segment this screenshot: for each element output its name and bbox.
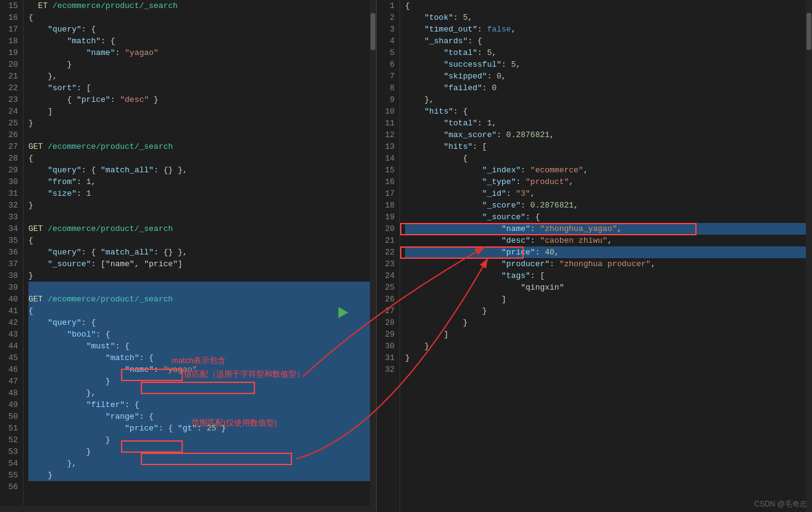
run-icon (338, 307, 348, 318)
right-line-number-16: 16 (377, 176, 395, 188)
right-line-number-25: 25 (377, 282, 395, 293)
right-scrollbar-thumb[interactable] (806, 13, 811, 50)
left-code-line-32: } (28, 199, 376, 211)
left-line-number-29: 29 (0, 164, 18, 176)
left-code-line-42: "query": { (28, 317, 376, 329)
left-line-number-40: 40 (0, 293, 18, 305)
right-line-number-9: 9 (377, 94, 395, 106)
left-code-line-19: "name": "yagao" (28, 47, 376, 59)
left-code-line-51: "price": { "gt": 25 } (28, 422, 376, 434)
left-scrollbar-thumb[interactable] (370, 13, 375, 50)
left-code-line-33 (28, 211, 376, 223)
right-line-number-8: 8 (377, 82, 395, 94)
right-code-line-22: "price": 40, (405, 246, 812, 258)
left-line-number-21: 21 (0, 70, 18, 82)
left-line-number-49: 49 (0, 399, 18, 411)
right-code-line-14: { (405, 153, 812, 164)
left-line-number-46: 46 (0, 364, 18, 376)
right-line-number-32: 32 (377, 364, 395, 376)
right-code-line-10: "hits": { (405, 106, 812, 117)
right-line-number-26: 26 (377, 293, 395, 305)
right-scrollbar-v[interactable] (806, 0, 812, 512)
right-line-number-10: 10 (377, 106, 395, 117)
left-code-line-44: "must": { (28, 340, 376, 352)
left-code-line-16: { (28, 12, 376, 23)
right-code-line-15: "_index": "ecommerce", (405, 164, 812, 176)
left-code-line-31: "size": 1 (28, 188, 376, 199)
run-button[interactable] (338, 307, 351, 319)
right-code-line-5: "total": 5, (405, 47, 812, 59)
left-line-number-43: 43 (0, 329, 18, 340)
editor-container: 1516171819202122232425262728293031323334… (0, 0, 812, 512)
left-line-number-27: 27 (0, 141, 18, 153)
right-line-number-3: 3 (377, 23, 395, 35)
left-code-line-29: "query": { "match_all": {} }, (28, 164, 376, 176)
right-line-number-23: 23 (377, 258, 395, 270)
left-line-number-26: 26 (0, 129, 18, 141)
left-line-number-48: 48 (0, 387, 18, 399)
left-line-number-33: 33 (0, 211, 18, 223)
right-line-number-12: 12 (377, 129, 395, 141)
left-code-line-45: "match": { (28, 352, 376, 364)
left-code-line-56 (28, 481, 376, 493)
right-code-line-9: }, (405, 94, 812, 106)
right-line-number-15: 15 (377, 164, 395, 176)
right-line-number-14: 14 (377, 153, 395, 164)
left-code-line-23: { "price": "desc" } (28, 94, 376, 106)
left-code-line-27: GET /ecommerce/product/_search (28, 141, 376, 153)
left-code-line-48: }, (28, 387, 376, 399)
right-code-line-11: "total": 1, (405, 117, 812, 129)
left-line-number-41: 41 (0, 305, 18, 317)
right-code-line-3: "timed_out": false, (405, 23, 812, 35)
right-code-content: { "took": 5, "timed_out": false, "_shard… (400, 0, 812, 512)
left-code-line-54: }, (28, 458, 376, 469)
left-scrollbar-v[interactable] (370, 0, 376, 512)
left-code-line-40: GET /ecommerce/product/_search (28, 293, 376, 305)
left-code-line-52: } (28, 434, 376, 446)
left-code-line-18: "match": { (28, 35, 376, 47)
left-line-number-47: 47 (0, 376, 18, 387)
left-code-line-50: "range": { (28, 411, 376, 422)
right-line-number-22: 22 (377, 246, 395, 258)
right-line-number-19: 19 (377, 211, 395, 223)
left-line-number-36: 36 (0, 246, 18, 258)
right-code-line-18: "_score": 0.2876821, (405, 199, 812, 211)
left-code-line-37: "_source": ["name", "price"] (28, 258, 376, 270)
left-code-line-49: "filter": { (28, 399, 376, 411)
right-line-numbers: 1234567891011121314151617181920212223242… (377, 0, 400, 512)
right-code-line-24: "tags": [ (405, 270, 812, 282)
left-code-line-28: { (28, 153, 376, 164)
right-code-line-21: "desc": "caoben zhiwu", (405, 235, 812, 246)
left-code-line-22: "sort": [ (28, 82, 376, 94)
right-code-line-29: ] (405, 329, 812, 340)
right-code-line-26: ] (405, 293, 812, 305)
left-code-line-17: "query": { (28, 23, 376, 35)
left-code-line-15: ET /ecommerce/product/_search (28, 0, 376, 12)
left-code-line-26 (28, 129, 376, 141)
left-code-line-24: ] (28, 106, 376, 117)
left-line-number-19: 19 (0, 47, 18, 59)
left-line-number-44: 44 (0, 340, 18, 352)
right-code-line-27: } (405, 305, 812, 317)
left-code-line-21: }, (28, 70, 376, 82)
left-line-number-51: 51 (0, 422, 18, 434)
left-line-number-20: 20 (0, 59, 18, 70)
left-line-number-54: 54 (0, 458, 18, 469)
right-line-number-28: 28 (377, 317, 395, 329)
left-scrollbar-h[interactable] (0, 506, 370, 512)
left-line-number-15: 15 (0, 0, 18, 12)
right-code-line-17: "_id": "3", (405, 188, 812, 199)
left-line-number-37: 37 (0, 258, 18, 270)
right-line-number-21: 21 (377, 235, 395, 246)
left-line-number-55: 55 (0, 469, 18, 481)
left-line-number-16: 16 (0, 12, 18, 23)
left-code-line-53: } (28, 446, 376, 458)
right-line-number-20: 20 (377, 223, 395, 235)
right-code-line-8: "failed": 0 (405, 82, 812, 94)
right-line-number-27: 27 (377, 305, 395, 317)
left-code-line-35: { (28, 235, 376, 246)
right-code-line-16: "_type": "product", (405, 176, 812, 188)
left-line-number-34: 34 (0, 223, 18, 235)
left-line-number-32: 32 (0, 199, 18, 211)
right-line-number-11: 11 (377, 117, 395, 129)
